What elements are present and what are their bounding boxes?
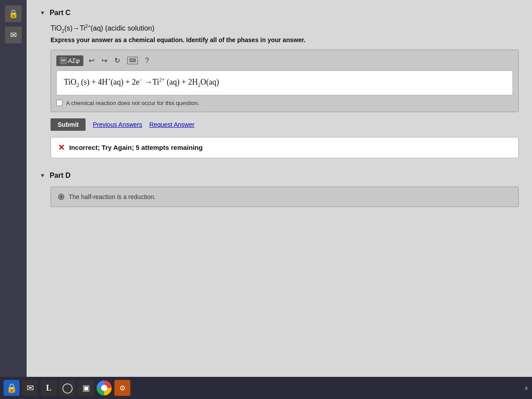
answer-box: ΑΣφ ↩ ↪ ↻ ⌨ ? TiO2 (s) + 4H+(aq) + 2e− →…: [51, 50, 519, 112]
left-sidebar: 🔒 ✉: [0, 0, 27, 399]
part-d-option1-label: The half-reaction is a reduction.: [69, 193, 156, 200]
taskbar-chrome-icon[interactable]: [97, 380, 112, 395]
aso-label: ΑΣφ: [68, 57, 80, 64]
part-d-chevron[interactable]: ▼: [40, 172, 45, 179]
taskbar-l-icon[interactable]: L: [41, 380, 57, 396]
no-reaction-checkbox[interactable]: [56, 100, 63, 106]
equation-text: TiO2 (s) + 4H+(aq) + 2e− →Ti2+ (aq) + 2H…: [64, 77, 219, 88]
format-button[interactable]: ΑΣφ: [56, 55, 83, 66]
no-reaction-row: A chemical reaction does not occur for t…: [56, 100, 513, 106]
sidebar-mail-icon[interactable]: ✉: [5, 27, 22, 43]
undo-button[interactable]: ↩: [87, 55, 96, 66]
answer-toolbar: ΑΣφ ↩ ↪ ↻ ⌨ ?: [56, 55, 513, 66]
taskbar-doc-icon[interactable]: ▣: [78, 380, 94, 396]
keyboard-button[interactable]: ⌨: [125, 56, 140, 65]
taskbar-security-icon[interactable]: 🔒: [4, 380, 20, 396]
part-d-title: Part D: [50, 172, 70, 180]
part-c-header: ▼ Part C: [40, 9, 519, 17]
part-d-option1-row: The half-reaction is a reduction.: [58, 193, 511, 200]
taskbar-mail-icon[interactable]: ✉: [22, 380, 38, 396]
radio-dot-1[interactable]: [58, 194, 64, 200]
previous-answers-link[interactable]: Previous Answers: [93, 121, 142, 128]
taskbar-chevron-up[interactable]: ∧: [524, 384, 528, 391]
redo-button[interactable]: ↪: [100, 55, 109, 66]
submit-row: Submit Previous Answers Request Answer: [51, 118, 519, 131]
part-c-title: Part C: [50, 9, 70, 17]
submit-button[interactable]: Submit: [51, 118, 86, 131]
x-icon: ✕: [58, 143, 65, 153]
taskbar-circle-icon[interactable]: ◯: [59, 380, 75, 396]
part-d-header: ▼ Part D: [40, 172, 519, 180]
reaction-title: TiO2(s)→Ti2+(aq) (acidic solution): [51, 24, 519, 34]
incorrect-box: ✕ Incorrect; Try Again; 5 attempts remai…: [51, 137, 519, 158]
part-d-box: The half-reaction is a reduction.: [51, 187, 519, 207]
no-reaction-label: A chemical reaction does not occur for t…: [66, 100, 200, 106]
help-button[interactable]: ?: [143, 56, 151, 66]
sidebar-lock-icon[interactable]: 🔒: [5, 5, 22, 22]
taskbar-settings-icon[interactable]: ⚙: [114, 380, 130, 396]
taskbar: 🔒 ✉ L ◯ ▣ ⚙ ∧: [0, 377, 532, 399]
part-c-chevron[interactable]: ▼: [40, 10, 45, 16]
main-content: ▼ Part C TiO2(s)→Ti2+(aq) (acidic soluti…: [27, 0, 532, 377]
equation-input[interactable]: TiO2 (s) + 4H+(aq) + 2e− →Ti2+ (aq) + 2H…: [56, 70, 513, 95]
request-answer-link[interactable]: Request Answer: [149, 121, 195, 128]
incorrect-message: Incorrect; Try Again; 5 attempts remaini…: [69, 144, 203, 151]
instructions-text: Express your answer as a chemical equati…: [51, 36, 519, 43]
refresh-button[interactable]: ↻: [113, 55, 122, 66]
